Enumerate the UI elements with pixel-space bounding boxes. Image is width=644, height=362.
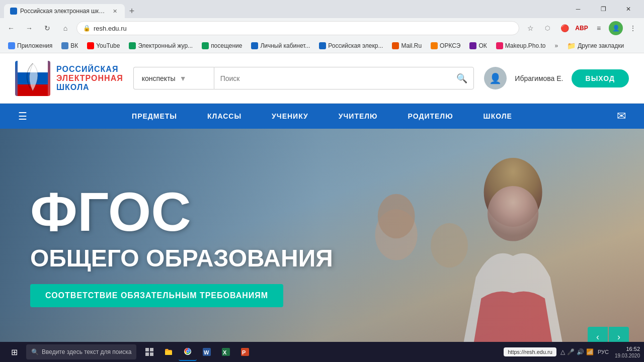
svg-point-17 [187, 350, 189, 353]
taskbar-icons: W X P [140, 343, 254, 361]
bookmark-other-label: Другие закладки [578, 42, 624, 49]
lichnyi-favicon [251, 42, 258, 49]
window-controls: ─ ❐ ✕ [567, 1, 640, 17]
network-icon[interactable]: 📶 [586, 348, 594, 355]
more-options-icon[interactable]: ⋮ [626, 21, 640, 35]
powerpoint-icon[interactable]: P [236, 343, 254, 361]
microphone-icon[interactable]: 🎤 [567, 348, 575, 355]
tab-favicon [10, 8, 17, 15]
bookmark-mail[interactable]: Mail.Ru [388, 41, 426, 50]
rosshkola-favicon [319, 42, 326, 49]
home-button[interactable]: ⌂ [58, 21, 72, 35]
word-icon[interactable]: W [198, 343, 216, 361]
address-text: resh.edu.ru [94, 25, 513, 32]
hero-section: ФГОС ОБЩЕГО ОБРАЗОВАНИЯ СООТВЕТСТВИЕ ОБЯ… [0, 129, 644, 362]
address-bar[interactable]: 🔒 resh.edu.ru [76, 21, 519, 35]
bookmark-youtube[interactable]: YouTube [83, 41, 124, 50]
start-button[interactable]: ⊞ [4, 343, 24, 361]
minimize-button[interactable]: ─ [567, 1, 590, 17]
bookmark-orkse[interactable]: ОРКСЭ [427, 41, 464, 50]
logo-svg [18, 61, 48, 96]
chrome-icon[interactable] [179, 343, 197, 361]
bookmark-vk[interactable]: ВК [57, 41, 82, 50]
language-indicator[interactable]: РУС [596, 349, 611, 355]
bookmark-apps[interactable]: Приложения [4, 41, 56, 50]
bookmarks-bar: Приложения ВК YouTube Электронный жур...… [0, 38, 644, 53]
hamburger-menu-icon[interactable]: ☰ [10, 110, 35, 122]
search-type-dropdown[interactable]: конспекты ▼ [133, 67, 214, 89]
file-explorer-icon[interactable] [159, 343, 178, 361]
close-button[interactable]: ✕ [617, 1, 640, 17]
header-right: 👤 Ибрагимова Е. ВЫХОД [484, 67, 629, 89]
makeup-favicon [496, 42, 503, 49]
logo-line1: РОССИЙСКАЯ [56, 65, 123, 74]
browser-tab[interactable]: Российская электронная школа ✕ [4, 4, 125, 18]
forward-button[interactable]: → [22, 21, 36, 35]
bookmark-makeup[interactable]: Makeup.Pho.to [492, 41, 550, 50]
bookmarks-more-button[interactable]: » [550, 41, 562, 50]
bookmark-mail-label: Mail.Ru [401, 42, 422, 49]
user-avatar: 👤 [484, 67, 507, 89]
hero-cta-button[interactable]: СООТВЕТСТВИЕ ОБЯЗАТЕЛЬНЫМ ТРЕБОВАНИЯМ [30, 284, 283, 307]
taskbar-right: https://resh.edu.ru △ 🎤 🔊 📶 РУС 16:52 19… [504, 345, 640, 358]
svg-rect-12 [150, 348, 153, 351]
clock-time: 16:52 [615, 345, 640, 352]
svg-rect-13 [145, 352, 149, 356]
poseshenie-favicon [202, 42, 209, 49]
user-name[interactable]: Ибрагимова Е. [515, 74, 563, 82]
maximize-button[interactable]: ❐ [592, 1, 615, 17]
extension4-icon[interactable]: ≡ [592, 21, 606, 35]
bookmark-rosshkola[interactable]: Российская элекр... [315, 41, 387, 50]
extension3-icon[interactable]: ABP [575, 21, 589, 35]
mail-icon[interactable]: ✉ [609, 110, 634, 123]
search-input[interactable] [220, 74, 453, 82]
site-logo: РОССИЙСКАЯ ЭЛЕКТРОННАЯ ШКОЛА [15, 61, 123, 96]
bookmark-other[interactable]: 📁 Другие закладки [563, 41, 628, 51]
bookmark-star-icon[interactable]: ☆ [523, 21, 537, 35]
nav-item-shkole[interactable]: ШКОЛЕ [468, 104, 527, 129]
folder-icon: 📁 [567, 42, 576, 50]
bookmark-poseshenie[interactable]: посещение [198, 41, 246, 50]
back-button[interactable]: ← [4, 21, 18, 35]
svg-text:P: P [242, 349, 246, 355]
logout-button[interactable]: ВЫХОД [572, 69, 629, 87]
svg-rect-14 [150, 352, 153, 356]
bookmark-lichnyi[interactable]: Личный кабинет... [247, 41, 314, 50]
system-tray: △ 🎤 🔊 📶 РУС [560, 348, 611, 355]
refresh-button[interactable]: ↻ [40, 21, 54, 35]
site-nav: ☰ ПРЕДМЕТЫ КЛАССЫ УЧЕНИКУ УЧИТЕЛЮ РОДИТЕ… [0, 104, 644, 129]
nav-item-roditelyu[interactable]: РОДИТЕЛЮ [393, 104, 468, 129]
tab-area: Российская электронная школа ✕ + [4, 0, 562, 18]
logo-line2: ЭЛЕКТРОННАЯ [56, 74, 123, 83]
clock: 16:52 19.03.2020 [615, 345, 640, 358]
dropdown-arrow-icon: ▼ [180, 74, 187, 82]
taskbar-url-bar: https://resh.edu.ru [504, 347, 556, 356]
nav-item-ucheniku[interactable]: УЧЕНИКУ [257, 104, 324, 129]
tab-close-button[interactable]: ✕ [111, 7, 119, 15]
apps-favicon [8, 42, 15, 49]
new-tab-button[interactable]: + [125, 4, 139, 18]
website-content: РОССИЙСКАЯ ЭЛЕКТРОННАЯ ШКОЛА конспекты ▼… [0, 53, 644, 362]
address-bar-row: ← → ↻ ⌂ 🔒 resh.edu.ru ☆ ⬡ 🔴 ABP ≡ 👤 ⋮ [0, 18, 644, 38]
toolbar-icons: ☆ ⬡ 🔴 ABP ≡ 👤 ⋮ [523, 21, 640, 35]
nav-item-klassy[interactable]: КЛАССЫ [192, 104, 257, 129]
search-button[interactable]: 🔍 [456, 73, 467, 84]
nav-item-predmety[interactable]: ПРЕДМЕТЫ [117, 104, 192, 129]
taskbar-search[interactable]: 🔍 Введите здесь текст для поиска [26, 344, 136, 359]
tray-expand-icon[interactable]: △ [560, 348, 565, 355]
profile-icon[interactable]: 👤 [609, 21, 623, 35]
bookmark-ok[interactable]: ОК [465, 41, 491, 50]
bookmark-youtube-label: YouTube [96, 42, 120, 49]
extension1-icon[interactable]: ⬡ [540, 21, 554, 35]
youtube-favicon [87, 42, 94, 49]
excel-icon[interactable]: X [217, 343, 235, 361]
speaker-icon[interactable]: 🔊 [577, 348, 584, 355]
extension2-icon[interactable]: 🔴 [557, 21, 572, 35]
task-view-icon[interactable] [140, 343, 158, 361]
nav-item-uchitelyu[interactable]: УЧИТЕЛЮ [324, 104, 393, 129]
ok-favicon [469, 42, 476, 49]
svg-rect-11 [145, 348, 149, 351]
journal-favicon [129, 42, 136, 49]
vk-favicon [61, 42, 68, 49]
bookmark-journal[interactable]: Электронный жур... [125, 41, 197, 50]
